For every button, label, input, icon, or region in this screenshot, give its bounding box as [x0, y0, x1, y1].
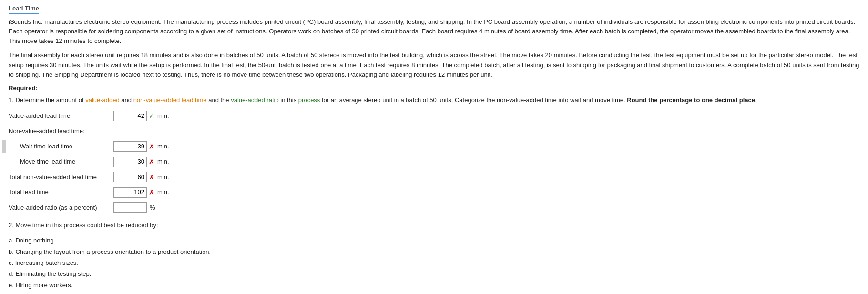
value-added-ratio-label: Value-added ratio (as a percent) [9, 204, 113, 211]
choice-a-text: Doing nothing. [15, 237, 55, 244]
value-added-lead-time-input[interactable] [113, 111, 147, 121]
choice-a-label: a. [9, 237, 14, 244]
choice-d-label: d. [9, 270, 14, 277]
choice-c-text: Increasing batch sizes. [15, 259, 78, 266]
total-non-value-added-label: Total non-value-added lead time [9, 173, 113, 180]
total-lead-time-input[interactable] [113, 187, 147, 198]
value-added-lead-time-label: Value-added lead time [9, 112, 113, 119]
choice-e-text: Hiring more workers. [15, 282, 72, 289]
choice-e-label: e. [9, 282, 14, 289]
total-lead-time-row: Total lead time ✗ min. [9, 186, 859, 199]
choice-b-label: b. [9, 248, 14, 255]
total-non-value-added-cross-icon: ✗ [149, 173, 154, 181]
choice-c-label: c. [9, 259, 13, 266]
q1-value-added-text: value-added [85, 96, 120, 104]
q1-number: 1. [9, 96, 14, 104]
total-non-value-added-unit: min. [157, 173, 169, 180]
question-2-text: 2. Move time in this process could best … [9, 220, 859, 230]
choice-c: c. Increasing batch sizes. [9, 257, 859, 268]
move-time-unit: min. [157, 158, 169, 165]
choice-a: a. Doing nothing. [9, 235, 859, 246]
choice-d: d. Eliminating the testing step. [9, 268, 859, 279]
wait-time-row: Wait time lead time ✗ min. [9, 140, 859, 153]
choice-e: e. Hiring more workers. [9, 280, 859, 291]
q1-process-text: process [298, 96, 320, 104]
q1-non-value-added-text: non-value-added lead time [133, 96, 207, 104]
non-value-added-label: Non-value-added lead time: [9, 127, 113, 135]
answer-choices: a. Doing nothing. b. Changing the layout… [9, 235, 859, 291]
choice-b: b. Changing the layout from a process or… [9, 246, 859, 257]
total-lead-time-label: Total lead time [9, 189, 113, 196]
value-added-ratio-input[interactable] [113, 202, 147, 213]
move-time-row: Move time lead time ✗ min. [9, 156, 859, 168]
q2-number: 2. [9, 221, 14, 229]
total-lead-time-cross-icon: ✗ [149, 189, 154, 196]
value-added-lead-time-check-icon: ✓ [149, 112, 154, 120]
move-time-label: Move time lead time [9, 158, 113, 165]
value-added-lead-time-row: Value-added lead time ✓ min. [9, 110, 859, 122]
value-added-ratio-unit: % [150, 204, 155, 211]
wait-time-cross-icon: ✗ [149, 143, 154, 150]
wait-time-unit: min. [157, 143, 169, 150]
value-added-lead-time-unit: min. [157, 112, 169, 119]
wait-time-input[interactable] [113, 141, 147, 152]
choice-b-text: Changing the layout from a process orien… [15, 248, 211, 255]
left-bar-indicator [2, 140, 6, 153]
required-label: Required: [9, 84, 859, 92]
move-time-input[interactable] [113, 157, 147, 167]
value-added-ratio-row: Value-added ratio (as a percent) % [9, 201, 859, 214]
q1-bold-instruction: Round the percentage to one decimal plac… [627, 96, 756, 104]
move-time-cross-icon: ✗ [149, 158, 154, 166]
paragraph-1: iSounds Inc. manufactures electronic ste… [9, 17, 859, 46]
total-non-value-added-row: Total non-value-added lead time ✗ min. [9, 171, 859, 183]
question-1-text: 1. Determine the amount of value-added a… [9, 95, 859, 105]
q2-text: Move time in this process could best be … [15, 221, 158, 229]
total-lead-time-unit: min. [157, 189, 169, 196]
section-title-label: Lead Time [9, 5, 39, 14]
wait-time-label: Wait time lead time [9, 143, 113, 150]
non-value-added-label-row: Non-value-added lead time: [9, 125, 859, 137]
choice-d-text: Eliminating the testing step. [15, 270, 91, 277]
total-non-value-added-input[interactable] [113, 172, 147, 182]
q1-ratio-text: value-added ratio [231, 96, 278, 104]
paragraph-2: The final assembly for each stereo unit … [9, 51, 859, 79]
